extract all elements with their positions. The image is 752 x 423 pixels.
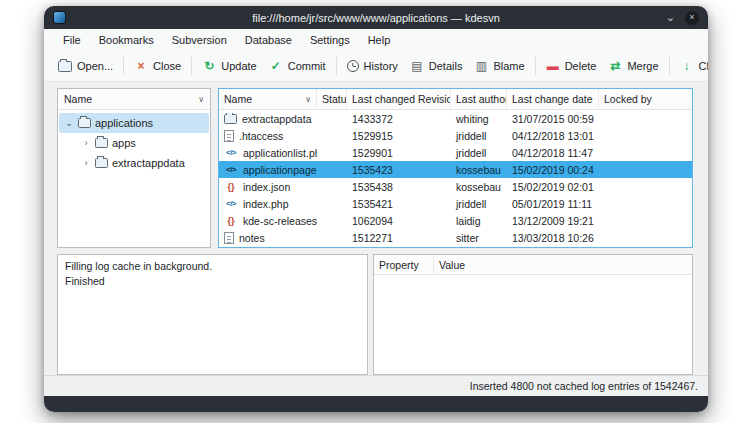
- table-row-selected[interactable]: </> applicationpage.php 1535423 kossebau…: [219, 161, 692, 178]
- close-icon[interactable]: ×: [685, 11, 699, 25]
- toolbar-separator: [669, 57, 670, 75]
- status-message: Inserted 4800 not cached log entries of …: [470, 380, 698, 392]
- tree-item-label: applications: [95, 117, 153, 129]
- file-date: 15/02/2019 02:01: [507, 181, 599, 193]
- details-button[interactable]: ▤ Details: [404, 57, 469, 75]
- tree-item-extractappdata[interactable]: › extractappdata: [59, 153, 209, 173]
- repository-tree-panel: Name ∨ ⌄ applications › apps ›: [57, 88, 211, 248]
- file-name: applicationlist.php: [243, 147, 317, 159]
- log-output-panel[interactable]: Filling log cache in background. Finishe…: [57, 254, 368, 375]
- update-button[interactable]: ↻ Update: [196, 57, 262, 75]
- chevron-down-icon[interactable]: ∨: [198, 95, 204, 104]
- menu-settings[interactable]: Settings: [301, 29, 359, 51]
- json-file-icon: {}: [224, 182, 238, 192]
- file-author: whiting: [451, 113, 507, 125]
- expander-closed-icon[interactable]: ›: [81, 138, 91, 148]
- blame-button-label: Blame: [493, 60, 524, 72]
- menu-help[interactable]: Help: [359, 29, 400, 51]
- tree-item-label: extractappdata: [112, 157, 185, 169]
- document-close-icon: ×: [134, 60, 148, 72]
- menubar: File Bookmarks Subversion Database Setti…: [44, 29, 708, 51]
- blame-icon: ▥: [474, 60, 488, 72]
- column-header-value[interactable]: Value: [434, 255, 692, 274]
- menu-subversion[interactable]: Subversion: [163, 29, 236, 51]
- app-icon: [53, 11, 66, 24]
- properties-header: Property Value: [374, 255, 692, 275]
- file-date: 04/12/2018 13:01: [507, 130, 599, 142]
- history-button[interactable]: History: [341, 57, 404, 75]
- file-date: 05/01/2019 11:11: [507, 198, 599, 210]
- expander-closed-icon[interactable]: ›: [81, 158, 91, 168]
- update-button-label: Update: [221, 60, 256, 72]
- table-row[interactable]: .htaccess 1529915 jriddell 04/12/2018 13…: [219, 127, 692, 144]
- file-list-header: Name ∨ Status Last changed Revision Last…: [219, 89, 692, 110]
- table-row[interactable]: {} index.json 1535438 kossebau 15/02/201…: [219, 178, 692, 195]
- column-header-property[interactable]: Property: [374, 255, 434, 274]
- commit-button[interactable]: ✓ Commit: [263, 57, 332, 75]
- column-header-revision[interactable]: Last changed Revision: [347, 89, 451, 109]
- expander-open-icon[interactable]: ⌄: [64, 118, 74, 128]
- tree-item-applications[interactable]: ⌄ applications: [59, 113, 209, 133]
- properties-body[interactable]: [374, 275, 692, 374]
- column-header-name[interactable]: Name ∨: [219, 89, 317, 109]
- folder-icon: [224, 114, 237, 124]
- file-revision: 1529901: [347, 147, 451, 159]
- open-button[interactable]: Open...: [52, 57, 119, 75]
- php-file-icon: </>: [224, 148, 238, 157]
- history-clock-icon: [347, 60, 359, 72]
- file-name: index.php: [243, 198, 289, 210]
- toolbar-separator: [336, 57, 337, 75]
- delete-button[interactable]: ▬ Delete: [540, 57, 603, 75]
- json-file-icon: {}: [224, 216, 238, 226]
- text-file-icon: [224, 232, 234, 244]
- file-date: 13/03/2018 10:26: [507, 232, 599, 244]
- menu-file[interactable]: File: [54, 29, 90, 51]
- window-bottom-frame: [44, 396, 708, 412]
- column-header-label: Name: [224, 93, 252, 105]
- commit-icon: ✓: [269, 60, 283, 72]
- table-row[interactable]: notes 1512271 sitter 13/03/2018 10:26: [219, 229, 692, 246]
- file-author: kossebau: [451, 164, 507, 176]
- toolbar-separator: [191, 57, 192, 75]
- statusbar: Inserted 4800 not cached log entries of …: [44, 375, 708, 396]
- minimize-icon[interactable]: ⌄: [666, 12, 675, 23]
- file-name: .htaccess: [239, 130, 283, 142]
- table-row[interactable]: extractappdata 1433372 whiting 31/07/201…: [219, 110, 692, 127]
- tree-items: ⌄ applications › apps › extractappdata: [58, 110, 210, 173]
- file-author: jriddell: [451, 198, 507, 210]
- table-row[interactable]: {} kde-sc-releases.json 1062094 laidig 1…: [219, 212, 692, 229]
- checkout-button[interactable]: ↓ Checkout: [674, 57, 708, 75]
- toolbar-separator: [123, 57, 124, 75]
- merge-icon: ⇄: [608, 60, 622, 72]
- file-date: 04/12/2018 11:47: [507, 147, 599, 159]
- column-header-date[interactable]: Last change date: [507, 89, 599, 109]
- merge-button[interactable]: ⇄ Merge: [602, 57, 664, 75]
- php-file-icon: </>: [224, 199, 238, 208]
- file-name: applicationpage.php: [243, 164, 317, 176]
- close-doc-button[interactable]: × Close: [128, 57, 187, 75]
- details-icon: ▤: [410, 60, 424, 72]
- open-button-label: Open...: [77, 60, 113, 72]
- column-header-status[interactable]: Status: [317, 89, 347, 109]
- file-author: sitter: [451, 232, 507, 244]
- column-header-author[interactable]: Last author: [451, 89, 507, 109]
- tree-item-apps[interactable]: › apps: [59, 133, 209, 153]
- log-line: Filling log cache in background.: [65, 259, 360, 274]
- history-button-label: History: [364, 60, 398, 72]
- menu-database[interactable]: Database: [236, 29, 301, 51]
- table-row[interactable]: </> applicationlist.php 1529901 jriddell…: [219, 144, 692, 161]
- file-date: 13/12/2009 19:21: [507, 215, 599, 227]
- blame-button[interactable]: ▥ Blame: [468, 57, 530, 75]
- titlebar[interactable]: file:///home/jr/src/www/www/applications…: [44, 6, 708, 29]
- file-revision: 1535438: [347, 181, 451, 193]
- text-file-icon: [224, 130, 234, 142]
- properties-panel: Property Value: [373, 254, 693, 375]
- delete-icon: ▬: [546, 60, 560, 72]
- tree-header-label: Name: [64, 93, 92, 105]
- menu-bookmarks[interactable]: Bookmarks: [90, 29, 163, 51]
- tree-header[interactable]: Name ∨: [58, 89, 210, 110]
- file-author: jriddell: [451, 130, 507, 142]
- column-header-locked[interactable]: Locked by: [599, 89, 692, 109]
- table-row[interactable]: </> index.php 1535421 jriddell 05/01/201…: [219, 195, 692, 212]
- toolbar: Open... × Close ↻ Update ✓ Commit Histor…: [44, 51, 708, 82]
